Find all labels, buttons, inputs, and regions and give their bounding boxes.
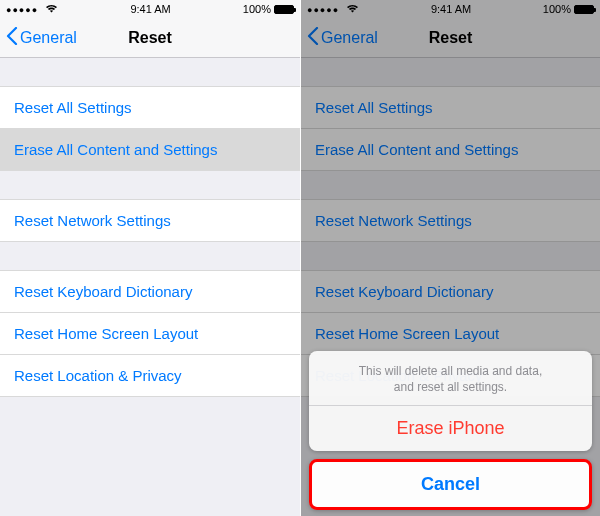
group-3: Reset Keyboard Dictionary Reset Home Scr… [0, 270, 300, 397]
reset-keyboard-dictionary[interactable]: Reset Keyboard Dictionary [0, 270, 300, 313]
wifi-icon [45, 3, 58, 15]
erase-all-content[interactable]: Erase All Content and Settings [0, 129, 300, 171]
action-sheet-box: This will delete all media and data, and… [309, 351, 592, 451]
action-sheet-message: This will delete all media and data, and… [309, 351, 592, 405]
cancel-button[interactable]: Cancel [309, 459, 592, 510]
reset-network-settings[interactable]: Reset Network Settings [0, 199, 300, 242]
screen-left: ●●●●● 9:41 AM 100% General Reset Reset A… [0, 0, 300, 516]
reset-home-screen-layout[interactable]: Reset Home Screen Layout [0, 313, 300, 355]
group-2: Reset Network Settings [0, 199, 300, 242]
reset-location-privacy[interactable]: Reset Location & Privacy [0, 355, 300, 397]
battery-indicator: 100% [243, 3, 294, 15]
back-button[interactable]: General [6, 18, 77, 57]
action-sheet: This will delete all media and data, and… [309, 351, 592, 510]
nav-bar: General Reset [0, 18, 300, 58]
battery-icon [274, 5, 294, 14]
reset-all-settings[interactable]: Reset All Settings [0, 86, 300, 129]
signal-dots: ●●●●● [6, 3, 58, 15]
status-time: 9:41 AM [130, 3, 170, 15]
screen-right: ●●●●● 9:41 AM 100% General Reset Reset A… [300, 0, 600, 516]
group-1: Reset All Settings Erase All Content and… [0, 86, 300, 171]
erase-iphone-button[interactable]: Erase iPhone [309, 405, 592, 451]
status-bar: ●●●●● 9:41 AM 100% [0, 0, 300, 18]
page-title: Reset [128, 29, 172, 47]
back-label: General [20, 29, 77, 47]
chevron-left-icon [6, 27, 18, 49]
